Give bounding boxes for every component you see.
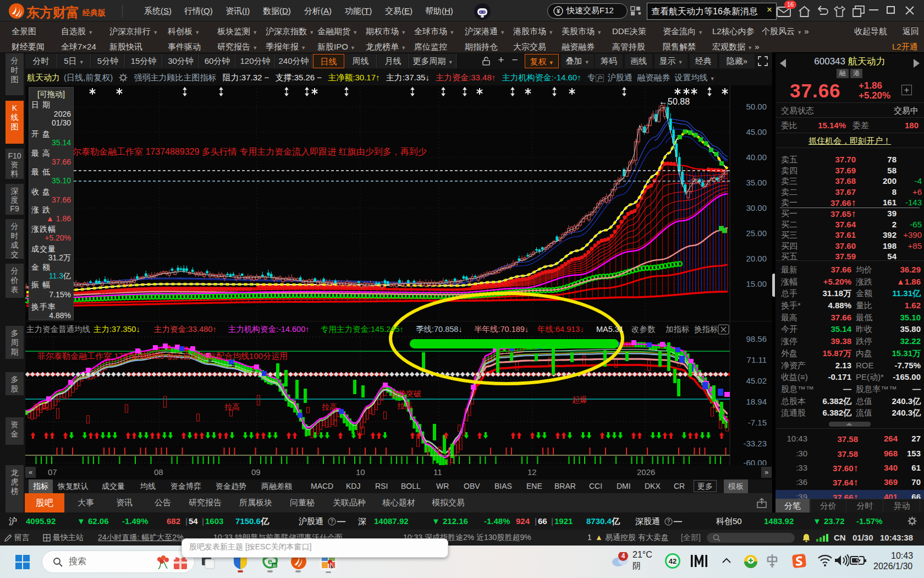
svg-text:改参数: 改参数: [631, 325, 656, 334]
svg-text:30.00: 30.00: [746, 203, 767, 212]
svg-text:-7.15: -7.15: [748, 418, 767, 427]
svg-text:加指标: 加指标: [666, 325, 690, 334]
svg-text:趋势突破: 趋势突破: [391, 389, 421, 398]
svg-text:MA5.31: MA5.31: [596, 325, 624, 334]
svg-text:主力机构资金:-14.600↑: 主力机构资金:-14.600↑: [228, 325, 309, 334]
svg-text:¥: ¥: [557, 8, 560, 14]
svg-text:主力资金:33.480↑: 主力资金:33.480↑: [154, 325, 217, 334]
svg-text:25.00: 25.00: [746, 228, 767, 238]
svg-text:半年线:70.189↓: 半年线:70.189↓: [474, 325, 529, 334]
svg-text:98.56: 98.56: [746, 334, 767, 343]
svg-text:15.00: 15.00: [746, 279, 767, 288]
svg-text:71.11: 71.11: [747, 355, 767, 364]
svg-text:50.00: 50.00: [746, 102, 767, 111]
svg-text:主力资金普通均线: 主力资金普通均线: [26, 325, 90, 334]
svg-text:42: 42: [669, 557, 676, 565]
svg-text:-33.23: -33.23: [743, 439, 767, 448]
svg-text:拉高: 拉高: [33, 402, 48, 411]
svg-text:年线:64.913↓: 年线:64.913↓: [537, 325, 584, 334]
svg-text:拉高: 拉高: [224, 402, 240, 411]
svg-text:-60.00: -60.00: [743, 458, 767, 465]
svg-text:菲尔泰勒金融工作室 17374889329 杨氏自研指标配合: 菲尔泰勒金融工作室 17374889329 杨氏自研指标配合均线100分运用: [37, 351, 288, 361]
svg-text:起爆: 起爆: [572, 395, 587, 404]
svg-text:■: ■: [638, 10, 641, 16]
svg-text:40.00: 40.00: [746, 152, 767, 162]
svg-text:18.94: 18.94: [746, 397, 767, 406]
svg-text:45.00: 45.00: [746, 127, 767, 137]
svg-text:主力:37.350↓: 主力:37.350↓: [94, 325, 140, 334]
svg-text:?: ?: [330, 519, 333, 525]
svg-text:35.00: 35.00: [746, 178, 767, 187]
svg-text:AI: AI: [272, 563, 276, 568]
svg-text:45.02: 45.02: [746, 376, 767, 385]
svg-text:季线:70.858↓: 季线:70.858↓: [416, 325, 463, 334]
svg-text:换指标: 换指标: [694, 325, 718, 334]
svg-text:4: 4: [622, 552, 625, 560]
svg-text:拉高: 拉高: [397, 401, 413, 410]
svg-text:e: e: [268, 557, 272, 566]
svg-text:菲尔泰勒金融工作室 17374889329 多头行情 专用主: 菲尔泰勒金融工作室 17374889329 多头行情 专用主力资金流入即跟进 红…: [64, 147, 427, 156]
svg-text:20.00: 20.00: [746, 254, 767, 263]
svg-text:?: ?: [667, 519, 670, 525]
svg-text:拉高: 拉高: [322, 402, 337, 411]
svg-text:←50.88: ←50.88: [659, 97, 690, 106]
svg-text:专用主力资金:145.245↑: 专用主力资金:145.245↑: [321, 325, 404, 334]
